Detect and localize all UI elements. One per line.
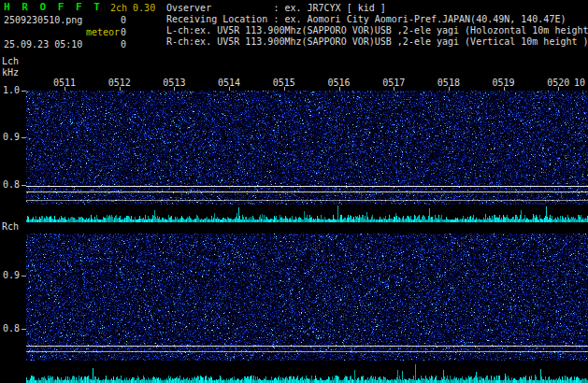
observer-line: Ovserver : ex. JR7CYX [ kid ] xyxy=(166,3,386,14)
rch-receiver-line: R-ch:ex. UV5R 113.900Mhz(SAPPORO VOR)USB… xyxy=(166,36,588,48)
meteor-count-2: 0 xyxy=(121,27,126,38)
output-filename: 2509230510.png xyxy=(4,15,82,26)
freq-label: 0.8 xyxy=(0,323,20,334)
lch-receiver-line: L-ch:ex. UV5R 113.900Mhz(SAPPORO VOR)USB… xyxy=(166,25,588,36)
khz-unit-label: kHz xyxy=(2,67,19,78)
timestamp: 25.09.23 05:10 xyxy=(4,39,82,50)
lch-channel-label: Lch xyxy=(2,56,19,67)
rch-spectrogram-canvas xyxy=(26,234,588,383)
lch-spectrogram-canvas xyxy=(26,91,588,222)
app-title: H R O F F T xyxy=(4,2,103,13)
freq-label: 1.0 xyxy=(0,85,20,96)
meteor-count-1: 0 xyxy=(121,15,126,26)
freq-label: 0.9 xyxy=(0,270,20,281)
freq-label: 0.9 xyxy=(0,132,20,143)
time-label-end: 10 xyxy=(567,78,588,88)
meteor-count-3: 0 xyxy=(121,39,126,50)
app-version: 2ch 0.30 xyxy=(110,3,155,14)
location-line: Receiving Location : ex. Aomori City Aom… xyxy=(166,14,566,25)
rch-channel-label: Rch xyxy=(2,221,19,233)
mode-label: meteor xyxy=(86,27,120,38)
hrofft-output-screen: H R O F F T 2ch 0.30 2509230510.png mete… xyxy=(0,0,588,383)
freq-label: 0.8 xyxy=(0,179,20,191)
